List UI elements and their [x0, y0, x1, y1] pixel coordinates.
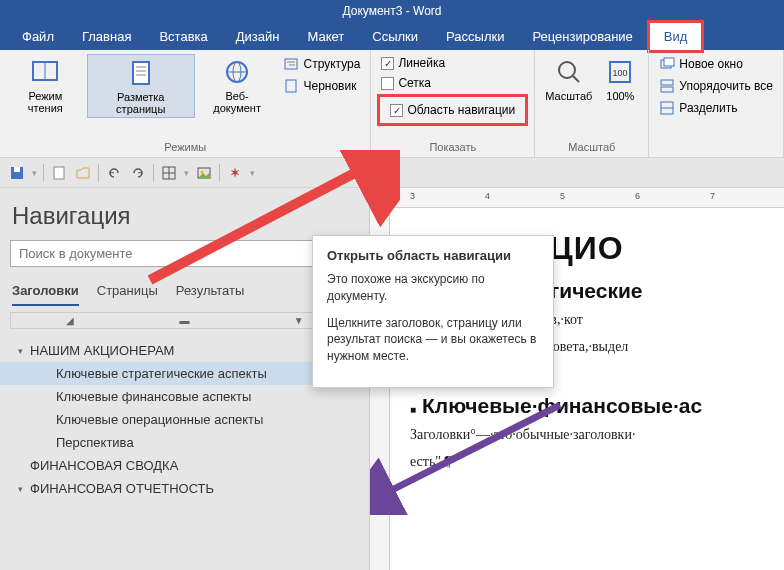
svg-rect-20 [661, 87, 673, 92]
tab-view[interactable]: Вид [647, 20, 705, 53]
svg-rect-25 [54, 167, 64, 179]
doc-paragraph[interactable]: есть".¶ [410, 451, 784, 472]
zoom-100-button[interactable]: 100 100% [598, 54, 642, 104]
tooltip: Открыть область навигации Это похоже на … [312, 235, 554, 388]
ruler-checkbox[interactable]: ✓ Линейка [377, 54, 528, 72]
svg-rect-18 [664, 58, 674, 66]
svg-rect-9 [285, 59, 297, 69]
ruler-number: 5 [560, 191, 565, 201]
print-layout-button[interactable]: Разметка страницы [87, 54, 195, 118]
tab-review[interactable]: Рецензирование [518, 23, 646, 50]
expand-icon: ▾ [18, 346, 30, 356]
checkbox-icon: ✓ [390, 104, 403, 117]
collapse-icon[interactable]: ◢ [13, 315, 127, 326]
tab-references[interactable]: Ссылки [358, 23, 432, 50]
group-zoom: Масштаб 100 100% Масштаб [535, 50, 649, 157]
nav-item[interactable]: ФИНАНСОВАЯ СВОДКА [0, 454, 369, 477]
nav-tab-pages[interactable]: Страницы [97, 277, 158, 306]
table-icon[interactable] [160, 164, 178, 182]
ruler-number: 4 [485, 191, 490, 201]
outline-button[interactable]: Структура [279, 54, 364, 74]
tab-file[interactable]: Файл [8, 23, 68, 50]
group-window: Новое окно Упорядочить все Разделить [649, 50, 784, 157]
new-blank-icon[interactable] [50, 164, 68, 182]
ribbon: Режим чтения Разметка страницы Веб- доку… [0, 50, 784, 158]
tab-home[interactable]: Главная [68, 23, 145, 50]
draft-icon [283, 78, 299, 94]
read-mode-icon [29, 56, 61, 88]
redo-icon[interactable] [129, 164, 147, 182]
chevron-down-icon[interactable]: ▾ [184, 168, 189, 178]
quick-access-toolbar: ▾ ▾ ✶ ▾ [0, 158, 784, 188]
web-layout-icon [221, 56, 253, 88]
spellcheck-icon[interactable]: ✶ [226, 164, 244, 182]
svg-rect-24 [14, 167, 20, 172]
jump-icon[interactable]: ▬ [127, 315, 241, 326]
tab-insert[interactable]: Вставка [145, 23, 221, 50]
save-icon[interactable] [8, 164, 26, 182]
doc-paragraph[interactable]: Заголовки°—·это·обычные·заголовки· [410, 424, 784, 445]
web-layout-button[interactable]: Веб- документ [197, 54, 278, 116]
ruler-number: 3 [410, 191, 415, 201]
arrange-all-icon [659, 78, 675, 94]
ruler-number: 7 [710, 191, 715, 201]
open-icon[interactable] [74, 164, 92, 182]
svg-point-13 [559, 62, 575, 78]
tab-design[interactable]: Дизайн [222, 23, 294, 50]
svg-rect-2 [133, 62, 149, 84]
nav-tab-results[interactable]: Результаты [176, 277, 244, 306]
draft-button[interactable]: Черновик [279, 76, 364, 96]
checkbox-icon [381, 77, 394, 90]
zoom-button[interactable]: Масштаб [541, 54, 596, 104]
zoom-icon [553, 56, 585, 88]
nav-item-label: ФИНАНСОВАЯ СВОДКА [30, 458, 178, 473]
svg-rect-19 [661, 80, 673, 85]
group-show: ✓ Линейка Сетка ✓ Область навигации Пока… [371, 50, 535, 157]
svg-text:100: 100 [613, 68, 628, 78]
ribbon-tabs: Файл Главная Вставка Дизайн Макет Ссылки… [0, 22, 784, 50]
horizontal-ruler[interactable]: 34567 [370, 188, 784, 208]
tab-mailings[interactable]: Рассылки [432, 23, 518, 50]
doc-heading-2[interactable]: Ключевые·финансовые·ас [410, 394, 784, 418]
group-views: Режим чтения Разметка страницы Веб- доку… [0, 50, 371, 157]
zoom-100-icon: 100 [604, 56, 636, 88]
split-icon [659, 100, 675, 116]
picture-icon[interactable] [195, 164, 213, 182]
read-mode-button[interactable]: Режим чтения [6, 54, 85, 116]
ruler-number: 6 [635, 191, 640, 201]
new-window-icon [659, 56, 675, 72]
undo-icon[interactable] [105, 164, 123, 182]
tooltip-title: Открыть область навигации [327, 248, 539, 263]
navigation-search[interactable] [10, 240, 359, 267]
nav-item[interactable]: Перспектива [0, 431, 369, 454]
chevron-down-icon[interactable]: ▾ [32, 168, 37, 178]
nav-item-label: Ключевые финансовые аспекты [56, 389, 251, 404]
nav-item-label: ФИНАНСОВАЯ ОТЧЕТНОСТЬ [30, 481, 214, 496]
chevron-down-icon[interactable]: ▾ [250, 168, 255, 178]
nav-item[interactable]: Ключевые операционные аспекты [0, 408, 369, 431]
checkbox-icon: ✓ [381, 57, 394, 70]
arrange-all-button[interactable]: Упорядочить все [655, 76, 777, 96]
window-title: Документ3 - Word [342, 4, 441, 18]
expand-icon: ▾ [18, 484, 30, 494]
gridlines-checkbox[interactable]: Сетка [377, 74, 528, 92]
print-layout-icon [125, 57, 157, 89]
search-input[interactable] [10, 240, 359, 267]
navigation-title: Навигация [0, 188, 369, 240]
nav-item[interactable]: Ключевые финансовые аспекты [0, 385, 369, 408]
svg-line-14 [573, 76, 579, 82]
nav-item[interactable]: ▾ФИНАНСОВАЯ ОТЧЕТНОСТЬ [0, 477, 369, 500]
tooltip-text: Щелкните заголовок, страницу или результ… [327, 315, 539, 365]
navigation-pane-checkbox[interactable]: ✓ Область навигации [386, 101, 519, 119]
split-button[interactable]: Разделить [655, 98, 777, 118]
outline-icon [283, 56, 299, 72]
nav-item-label: Ключевые стратегические аспекты [56, 366, 267, 381]
nav-item-label: НАШИМ АКЦИОНЕРАМ [30, 343, 174, 358]
tooltip-text: Это похоже на экскурсию по документу. [327, 271, 539, 305]
svg-rect-12 [286, 80, 296, 92]
nav-tab-headings[interactable]: Заголовки [12, 277, 79, 306]
nav-item-label: Перспектива [56, 435, 134, 450]
new-window-button[interactable]: Новое окно [655, 54, 777, 74]
nav-item-label: Ключевые операционные аспекты [56, 412, 263, 427]
tab-layout[interactable]: Макет [293, 23, 358, 50]
